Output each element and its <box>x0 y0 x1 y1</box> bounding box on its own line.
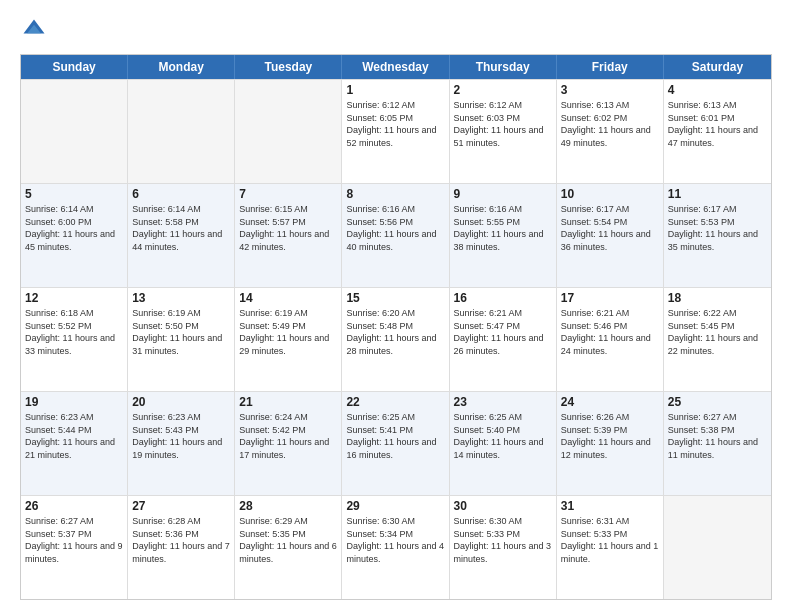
calendar-cell: 15Sunrise: 6:20 AM Sunset: 5:48 PM Dayli… <box>342 288 449 391</box>
day-number: 9 <box>454 187 552 201</box>
day-number: 20 <box>132 395 230 409</box>
day-number: 18 <box>668 291 767 305</box>
day-info: Sunrise: 6:17 AM Sunset: 5:54 PM Dayligh… <box>561 203 659 253</box>
day-number: 2 <box>454 83 552 97</box>
page: SundayMondayTuesdayWednesdayThursdayFrid… <box>0 0 792 612</box>
calendar-cell: 12Sunrise: 6:18 AM Sunset: 5:52 PM Dayli… <box>21 288 128 391</box>
day-number: 6 <box>132 187 230 201</box>
day-number: 23 <box>454 395 552 409</box>
day-number: 16 <box>454 291 552 305</box>
day-number: 21 <box>239 395 337 409</box>
calendar-row-2: 12Sunrise: 6:18 AM Sunset: 5:52 PM Dayli… <box>21 287 771 391</box>
weekday-header-saturday: Saturday <box>664 55 771 79</box>
logo <box>20 16 52 44</box>
day-number: 4 <box>668 83 767 97</box>
calendar-cell: 30Sunrise: 6:30 AM Sunset: 5:33 PM Dayli… <box>450 496 557 599</box>
day-number: 3 <box>561 83 659 97</box>
calendar-cell: 11Sunrise: 6:17 AM Sunset: 5:53 PM Dayli… <box>664 184 771 287</box>
calendar-cell: 9Sunrise: 6:16 AM Sunset: 5:55 PM Daylig… <box>450 184 557 287</box>
weekday-header-friday: Friday <box>557 55 664 79</box>
day-number: 5 <box>25 187 123 201</box>
day-info: Sunrise: 6:13 AM Sunset: 6:02 PM Dayligh… <box>561 99 659 149</box>
day-info: Sunrise: 6:21 AM Sunset: 5:46 PM Dayligh… <box>561 307 659 357</box>
header <box>20 16 772 44</box>
calendar-body: 1Sunrise: 6:12 AM Sunset: 6:05 PM Daylig… <box>21 79 771 599</box>
day-number: 22 <box>346 395 444 409</box>
day-info: Sunrise: 6:14 AM Sunset: 6:00 PM Dayligh… <box>25 203 123 253</box>
day-info: Sunrise: 6:22 AM Sunset: 5:45 PM Dayligh… <box>668 307 767 357</box>
day-info: Sunrise: 6:27 AM Sunset: 5:38 PM Dayligh… <box>668 411 767 461</box>
calendar-row-4: 26Sunrise: 6:27 AM Sunset: 5:37 PM Dayli… <box>21 495 771 599</box>
day-number: 28 <box>239 499 337 513</box>
day-info: Sunrise: 6:28 AM Sunset: 5:36 PM Dayligh… <box>132 515 230 565</box>
calendar-cell: 16Sunrise: 6:21 AM Sunset: 5:47 PM Dayli… <box>450 288 557 391</box>
day-number: 7 <box>239 187 337 201</box>
day-info: Sunrise: 6:26 AM Sunset: 5:39 PM Dayligh… <box>561 411 659 461</box>
calendar-cell <box>664 496 771 599</box>
weekday-header-wednesday: Wednesday <box>342 55 449 79</box>
calendar-cell: 18Sunrise: 6:22 AM Sunset: 5:45 PM Dayli… <box>664 288 771 391</box>
day-info: Sunrise: 6:21 AM Sunset: 5:47 PM Dayligh… <box>454 307 552 357</box>
day-info: Sunrise: 6:30 AM Sunset: 5:33 PM Dayligh… <box>454 515 552 565</box>
calendar-cell <box>21 80 128 183</box>
day-number: 29 <box>346 499 444 513</box>
calendar-cell: 20Sunrise: 6:23 AM Sunset: 5:43 PM Dayli… <box>128 392 235 495</box>
day-number: 17 <box>561 291 659 305</box>
day-number: 8 <box>346 187 444 201</box>
day-info: Sunrise: 6:23 AM Sunset: 5:43 PM Dayligh… <box>132 411 230 461</box>
day-info: Sunrise: 6:14 AM Sunset: 5:58 PM Dayligh… <box>132 203 230 253</box>
day-number: 14 <box>239 291 337 305</box>
day-number: 1 <box>346 83 444 97</box>
day-info: Sunrise: 6:15 AM Sunset: 5:57 PM Dayligh… <box>239 203 337 253</box>
day-info: Sunrise: 6:16 AM Sunset: 5:55 PM Dayligh… <box>454 203 552 253</box>
day-info: Sunrise: 6:31 AM Sunset: 5:33 PM Dayligh… <box>561 515 659 565</box>
day-info: Sunrise: 6:30 AM Sunset: 5:34 PM Dayligh… <box>346 515 444 565</box>
calendar-cell: 31Sunrise: 6:31 AM Sunset: 5:33 PM Dayli… <box>557 496 664 599</box>
calendar-cell: 4Sunrise: 6:13 AM Sunset: 6:01 PM Daylig… <box>664 80 771 183</box>
day-info: Sunrise: 6:24 AM Sunset: 5:42 PM Dayligh… <box>239 411 337 461</box>
logo-icon <box>20 16 48 44</box>
calendar-cell: 24Sunrise: 6:26 AM Sunset: 5:39 PM Dayli… <box>557 392 664 495</box>
calendar-cell: 3Sunrise: 6:13 AM Sunset: 6:02 PM Daylig… <box>557 80 664 183</box>
calendar-cell: 29Sunrise: 6:30 AM Sunset: 5:34 PM Dayli… <box>342 496 449 599</box>
calendar-cell: 26Sunrise: 6:27 AM Sunset: 5:37 PM Dayli… <box>21 496 128 599</box>
day-number: 11 <box>668 187 767 201</box>
day-number: 26 <box>25 499 123 513</box>
day-number: 31 <box>561 499 659 513</box>
calendar-cell: 19Sunrise: 6:23 AM Sunset: 5:44 PM Dayli… <box>21 392 128 495</box>
calendar-cell: 23Sunrise: 6:25 AM Sunset: 5:40 PM Dayli… <box>450 392 557 495</box>
calendar-cell: 2Sunrise: 6:12 AM Sunset: 6:03 PM Daylig… <box>450 80 557 183</box>
day-info: Sunrise: 6:16 AM Sunset: 5:56 PM Dayligh… <box>346 203 444 253</box>
calendar-cell: 6Sunrise: 6:14 AM Sunset: 5:58 PM Daylig… <box>128 184 235 287</box>
day-number: 25 <box>668 395 767 409</box>
day-info: Sunrise: 6:25 AM Sunset: 5:41 PM Dayligh… <box>346 411 444 461</box>
calendar-cell: 8Sunrise: 6:16 AM Sunset: 5:56 PM Daylig… <box>342 184 449 287</box>
day-number: 27 <box>132 499 230 513</box>
calendar-row-3: 19Sunrise: 6:23 AM Sunset: 5:44 PM Dayli… <box>21 391 771 495</box>
day-info: Sunrise: 6:18 AM Sunset: 5:52 PM Dayligh… <box>25 307 123 357</box>
weekday-header-sunday: Sunday <box>21 55 128 79</box>
calendar-cell: 17Sunrise: 6:21 AM Sunset: 5:46 PM Dayli… <box>557 288 664 391</box>
day-info: Sunrise: 6:19 AM Sunset: 5:50 PM Dayligh… <box>132 307 230 357</box>
calendar-cell: 27Sunrise: 6:28 AM Sunset: 5:36 PM Dayli… <box>128 496 235 599</box>
calendar-row-0: 1Sunrise: 6:12 AM Sunset: 6:05 PM Daylig… <box>21 79 771 183</box>
calendar-header: SundayMondayTuesdayWednesdayThursdayFrid… <box>21 55 771 79</box>
calendar-cell: 21Sunrise: 6:24 AM Sunset: 5:42 PM Dayli… <box>235 392 342 495</box>
calendar-cell: 7Sunrise: 6:15 AM Sunset: 5:57 PM Daylig… <box>235 184 342 287</box>
calendar-cell: 28Sunrise: 6:29 AM Sunset: 5:35 PM Dayli… <box>235 496 342 599</box>
day-info: Sunrise: 6:27 AM Sunset: 5:37 PM Dayligh… <box>25 515 123 565</box>
day-info: Sunrise: 6:12 AM Sunset: 6:03 PM Dayligh… <box>454 99 552 149</box>
calendar-cell: 14Sunrise: 6:19 AM Sunset: 5:49 PM Dayli… <box>235 288 342 391</box>
day-info: Sunrise: 6:23 AM Sunset: 5:44 PM Dayligh… <box>25 411 123 461</box>
day-number: 19 <box>25 395 123 409</box>
day-info: Sunrise: 6:13 AM Sunset: 6:01 PM Dayligh… <box>668 99 767 149</box>
calendar-cell: 25Sunrise: 6:27 AM Sunset: 5:38 PM Dayli… <box>664 392 771 495</box>
day-info: Sunrise: 6:25 AM Sunset: 5:40 PM Dayligh… <box>454 411 552 461</box>
day-number: 13 <box>132 291 230 305</box>
day-number: 30 <box>454 499 552 513</box>
day-info: Sunrise: 6:29 AM Sunset: 5:35 PM Dayligh… <box>239 515 337 565</box>
calendar-cell <box>235 80 342 183</box>
calendar-cell: 22Sunrise: 6:25 AM Sunset: 5:41 PM Dayli… <box>342 392 449 495</box>
calendar-cell <box>128 80 235 183</box>
calendar-cell: 5Sunrise: 6:14 AM Sunset: 6:00 PM Daylig… <box>21 184 128 287</box>
